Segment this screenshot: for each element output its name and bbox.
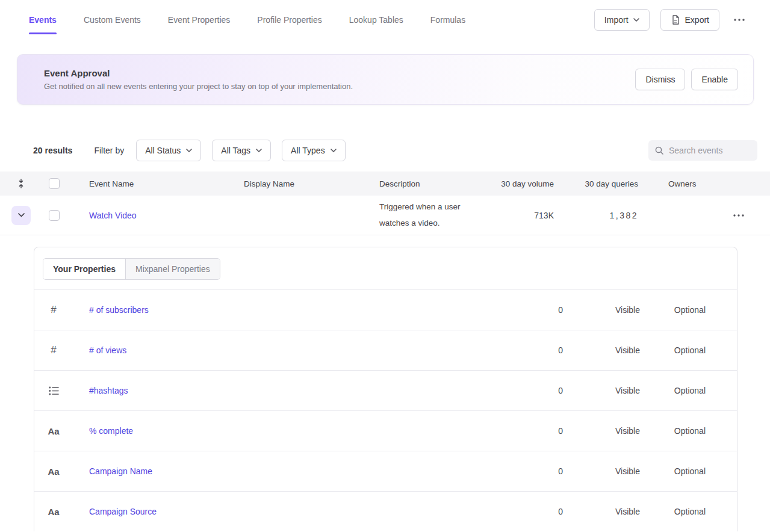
results-count: 20 results bbox=[33, 146, 72, 155]
property-value: 0 bbox=[558, 426, 563, 436]
export-csv-icon bbox=[671, 15, 680, 25]
chevron-down-icon bbox=[633, 18, 639, 22]
tab-profile-properties[interactable]: Profile Properties bbox=[257, 0, 321, 40]
import-button-label: Import bbox=[604, 15, 629, 25]
tab-events[interactable]: Events bbox=[29, 0, 57, 40]
tab-your-properties[interactable]: Your Properties bbox=[43, 259, 126, 279]
chevron-down-icon bbox=[186, 149, 192, 152]
tab-mixpanel-properties[interactable]: Mixpanel Properties bbox=[126, 259, 220, 279]
row-more-options-button[interactable] bbox=[716, 211, 748, 220]
property-row: # # of views 0 Visible Optional bbox=[34, 330, 737, 370]
number-type-icon: # bbox=[51, 344, 56, 356]
property-row: # # of subscribers 0 Visible Optional bbox=[34, 289, 737, 330]
property-value: 0 bbox=[558, 345, 563, 355]
properties-tabbar: Your Properties Mixpanel Properties bbox=[34, 247, 737, 289]
export-button-label: Export bbox=[685, 15, 709, 25]
property-name-link[interactable]: #hashtags bbox=[89, 386, 128, 395]
property-requirement: Optional bbox=[674, 305, 706, 315]
select-all-checkbox[interactable] bbox=[49, 178, 60, 189]
more-options-button[interactable] bbox=[730, 15, 748, 25]
import-button[interactable]: Import bbox=[594, 9, 650, 31]
property-name-link[interactable]: % complete bbox=[89, 426, 133, 436]
property-value: 0 bbox=[558, 305, 563, 315]
events-table-header: Event Name Display Name Description 30 d… bbox=[0, 172, 770, 196]
tags-filter-label: All Tags bbox=[221, 146, 250, 155]
property-requirement: Optional bbox=[674, 386, 706, 395]
event-properties-panel: Your Properties Mixpanel Properties # # … bbox=[34, 247, 737, 531]
chevron-down-icon bbox=[331, 149, 337, 152]
property-visibility: Visible bbox=[615, 426, 640, 436]
collapse-row-button[interactable] bbox=[11, 206, 31, 225]
tags-filter-dropdown[interactable]: All Tags bbox=[212, 140, 271, 161]
list-type-icon bbox=[49, 386, 59, 395]
event-name-link[interactable]: Watch Video bbox=[89, 211, 244, 220]
queries-cell: 1,382 bbox=[609, 211, 638, 220]
property-name-link[interactable]: # of views bbox=[89, 345, 126, 355]
event-table-row: Watch Video Triggered when a user watche… bbox=[0, 196, 770, 235]
event-approval-banner: Event Approval Get notified on all new e… bbox=[17, 54, 754, 105]
tab-custom-events[interactable]: Custom Events bbox=[84, 0, 141, 40]
number-type-icon: # bbox=[51, 304, 56, 316]
chevron-down-icon bbox=[256, 149, 262, 152]
property-name-link[interactable]: Campaign Source bbox=[89, 507, 157, 516]
export-button[interactable]: Export bbox=[660, 9, 719, 31]
property-value: 0 bbox=[558, 466, 563, 476]
property-requirement: Optional bbox=[674, 426, 706, 436]
filter-bar: 20 results Filter by All Status All Tags… bbox=[33, 140, 757, 161]
status-filter-label: All Status bbox=[145, 146, 181, 155]
property-row: #hashtags 0 Visible Optional bbox=[34, 370, 737, 410]
tab-formulas[interactable]: Formulas bbox=[430, 0, 465, 40]
header-description: Description bbox=[379, 179, 494, 188]
header-display-name: Display Name bbox=[244, 179, 379, 188]
tab-event-properties[interactable]: Event Properties bbox=[168, 0, 231, 40]
collapse-all-button[interactable] bbox=[13, 175, 29, 192]
enable-button[interactable]: Enable bbox=[691, 69, 738, 90]
property-visibility: Visible bbox=[615, 507, 640, 516]
search-events-input[interactable] bbox=[669, 146, 751, 155]
property-requirement: Optional bbox=[674, 466, 706, 476]
search-icon bbox=[654, 146, 664, 155]
banner-text: Event Approval Get notified on all new e… bbox=[44, 68, 353, 91]
nav-tabs: Events Custom Events Event Properties Pr… bbox=[29, 0, 465, 40]
tab-lookup-tables[interactable]: Lookup Tables bbox=[349, 0, 403, 40]
text-type-icon: Aa bbox=[48, 426, 59, 436]
property-visibility: Visible bbox=[615, 386, 640, 395]
banner-actions: Dismiss Enable bbox=[635, 69, 738, 90]
property-name-link[interactable]: # of subscribers bbox=[89, 305, 149, 315]
volume-cell: 713K bbox=[534, 211, 554, 220]
header-30-day-volume: 30 day volume bbox=[501, 179, 554, 188]
text-type-icon: Aa bbox=[48, 466, 59, 477]
property-row: Aa Campaign Source 0 Visible Optional bbox=[34, 491, 737, 531]
banner-description: Get notified on all new events entering … bbox=[44, 82, 353, 91]
ellipsis-icon bbox=[733, 214, 744, 217]
property-value: 0 bbox=[558, 507, 563, 516]
property-requirement: Optional bbox=[674, 345, 706, 355]
filter-by-label: Filter by bbox=[94, 146, 124, 155]
description-cell: Triggered when a user watches a video. bbox=[379, 199, 479, 231]
header-30-day-queries: 30 day queries bbox=[585, 179, 638, 188]
property-visibility: Visible bbox=[615, 345, 640, 355]
chevron-down-icon bbox=[18, 213, 25, 217]
property-row: Aa % complete 0 Visible Optional bbox=[34, 410, 737, 451]
status-filter-dropdown[interactable]: All Status bbox=[136, 140, 201, 161]
row-checkbox[interactable] bbox=[49, 210, 60, 221]
property-visibility: Visible bbox=[615, 466, 640, 476]
nav-actions: Import Export bbox=[594, 9, 748, 31]
header-owners: Owners bbox=[638, 179, 716, 188]
property-row: Aa Campaign Name 0 Visible Optional bbox=[34, 451, 737, 491]
property-value: 0 bbox=[558, 386, 563, 395]
property-requirement: Optional bbox=[674, 507, 706, 516]
top-navigation: Events Custom Events Event Properties Pr… bbox=[0, 0, 770, 40]
header-event-name: Event Name bbox=[89, 179, 244, 188]
property-visibility: Visible bbox=[615, 305, 640, 315]
text-type-icon: Aa bbox=[48, 507, 59, 517]
types-filter-label: All Types bbox=[291, 146, 325, 155]
banner-title: Event Approval bbox=[44, 68, 353, 78]
types-filter-dropdown[interactable]: All Types bbox=[282, 140, 346, 161]
property-name-link[interactable]: Campaign Name bbox=[89, 466, 152, 476]
collapse-rows-icon bbox=[17, 179, 25, 188]
search-events-box bbox=[648, 140, 757, 161]
ellipsis-icon bbox=[734, 19, 745, 21]
dismiss-button[interactable]: Dismiss bbox=[635, 69, 685, 90]
